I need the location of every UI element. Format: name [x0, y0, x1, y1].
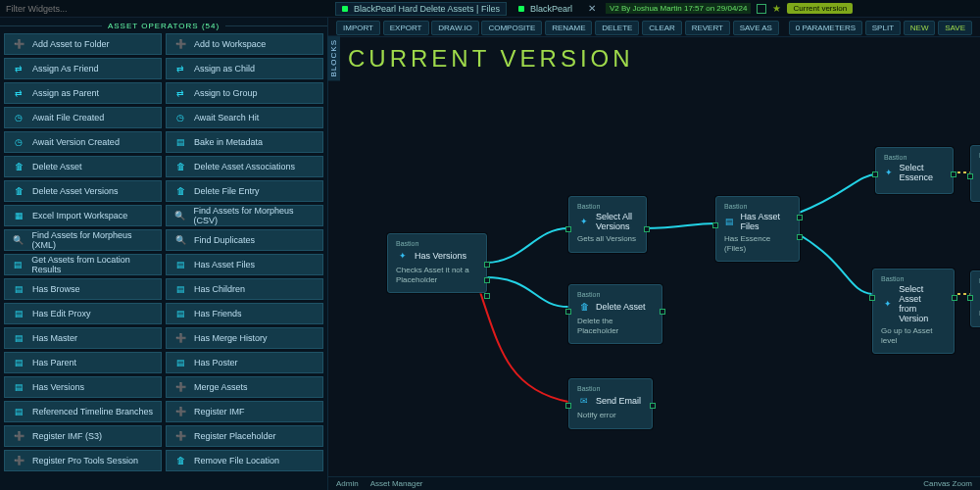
operator-item[interactable]: ▤Referenced Timeline Branches: [4, 401, 162, 422]
operator-item[interactable]: ➕Register Placeholder: [166, 425, 323, 447]
operator-item[interactable]: ⇄Assign to Group: [166, 82, 323, 104]
toolbar-button-revert[interactable]: REVERT: [685, 21, 730, 35]
trash-icon: 🗑: [577, 300, 591, 314]
node-select-essence[interactable]: Bastion ✦Select Essence: [875, 147, 954, 194]
node-has-versions[interactable]: Bastion ✦Has Versions Checks Asset it no…: [387, 233, 487, 293]
operator-icon: ⇄: [11, 61, 26, 76]
toolbar-button-export[interactable]: EXPORT: [383, 21, 429, 35]
toolbar-button-split[interactable]: SPLIT: [865, 21, 901, 35]
toolbar-button-0-parameters[interactable]: 0 PARAMETERS: [789, 21, 862, 35]
operator-label: Delete Asset Associations: [194, 162, 295, 172]
footer-asset-manager[interactable]: Asset Manager: [370, 479, 423, 488]
operator-icon: ▦: [11, 208, 26, 223]
operator-item[interactable]: 🗑Delete Asset: [4, 156, 162, 177]
operator-item[interactable]: 🔍Find Assets for Morpheus (XML): [4, 229, 162, 251]
node-delete-files-from-disk[interactable]: Bastion 🗑Delete Files from Disk: [970, 145, 980, 202]
toolbar-button-rename[interactable]: RENAME: [545, 21, 592, 35]
toolbar-button-save[interactable]: SAVE: [938, 21, 972, 35]
operator-label: Bake in Metadata: [194, 137, 263, 147]
operator-label: Referenced Timeline Branches: [32, 407, 153, 416]
node-delete-asset-placeholder[interactable]: Bastion 🗑Delete Asset Delete the Placeho…: [568, 284, 662, 344]
document-tab-short[interactable]: BlackPearl: [513, 2, 578, 16]
tab-short-title: BlackPearl: [530, 4, 572, 14]
operator-item[interactable]: ➕Register IMF: [166, 401, 323, 422]
operator-item[interactable]: ⇄Assign as Child: [166, 58, 323, 79]
toolbar-button-import[interactable]: IMPORT: [336, 21, 380, 35]
star-icon[interactable]: ★: [772, 3, 781, 14]
operator-item[interactable]: ▤Has Versions: [4, 376, 162, 398]
operator-label: Await Version Created: [32, 137, 120, 147]
node-has-asset-files[interactable]: Bastion ▤Has Asset Files Has Essence (Fi…: [715, 196, 800, 262]
operator-item[interactable]: ▤Has Poster: [166, 352, 323, 373]
node-select-asset-from-version[interactable]: Bastion ✦Select Asset from Version Go up…: [872, 269, 955, 354]
operator-item[interactable]: 🔍Find Assets for Morpheus (CSV): [166, 205, 323, 226]
toolbar-button-save-as[interactable]: SAVE AS: [733, 21, 779, 35]
operator-item[interactable]: 🗑Remove File Location: [166, 450, 323, 471]
operator-item[interactable]: ◷Await Version Created: [4, 131, 162, 153]
node-send-email[interactable]: Bastion ✉Send Email Notify error: [568, 378, 653, 429]
operator-item[interactable]: ◷Await File Created: [4, 107, 162, 128]
operator-icon: 🗑: [172, 159, 188, 174]
tab-status-dot: [342, 6, 348, 12]
operator-item[interactable]: ▤Has Parent: [4, 352, 162, 373]
filter-widgets-input[interactable]: [6, 2, 329, 16]
operator-label: Assign As Friend: [32, 64, 99, 74]
version-flag-icon[interactable]: [757, 4, 766, 14]
toolbar-button-new[interactable]: NEW: [904, 21, 936, 35]
operator-item[interactable]: ◷Await Search Hit: [166, 107, 323, 128]
operator-label: Delete File Entry: [194, 186, 260, 196]
operator-label: Has Browse: [32, 284, 80, 294]
close-icon[interactable]: ✕: [584, 3, 600, 14]
operator-icon: ▤: [11, 281, 26, 297]
target-icon: ✦: [881, 297, 894, 311]
operator-item[interactable]: ➕Register Pro Tools Session: [4, 450, 162, 471]
operator-item[interactable]: ➕Add to Workspace: [166, 33, 323, 55]
operator-label: Has Edit Proxy: [32, 309, 91, 318]
operator-label: Has Parent: [32, 358, 76, 368]
operator-item[interactable]: ➕Has Merge History: [166, 327, 323, 349]
footer-canvas-zoom[interactable]: Canvas Zoom: [923, 479, 972, 488]
operator-item[interactable]: 🗑Delete Asset Versions: [4, 180, 162, 202]
operator-label: Await Search Hit: [194, 113, 259, 122]
node-select-all-versions[interactable]: Bastion ✦Select All Versions Gets all Ve…: [568, 196, 647, 253]
operator-item[interactable]: ▤Has Friends: [166, 303, 323, 324]
toolbar-button-composite[interactable]: COMPOSITE: [481, 21, 542, 35]
operator-item[interactable]: ▤Has Browse: [4, 278, 162, 300]
operator-item[interactable]: ▤Bake in Metadata: [166, 131, 323, 153]
footer-admin[interactable]: Admin: [336, 479, 359, 488]
operator-label: Assign as Parent: [32, 88, 99, 98]
workflow-canvas[interactable]: CURRENT VERSION Bastion ✦Has Versions Ch…: [328, 37, 980, 476]
operator-item[interactable]: ⇄Assign As Friend: [4, 58, 162, 79]
document-tab[interactable]: BlackPearl Hard Delete Assets | Files: [335, 2, 507, 16]
operator-label: Merge Assets: [194, 382, 248, 392]
operator-item[interactable]: ⇄Assign as Parent: [4, 82, 162, 104]
operator-icon: ▤: [11, 257, 25, 272]
toolbar-button-clear[interactable]: CLEAR: [642, 21, 682, 35]
toolbar-button-draw-io[interactable]: DRAW.IO: [431, 21, 478, 35]
operator-item[interactable]: ▤Has Children: [166, 278, 323, 300]
target-icon: ✦: [396, 249, 410, 263]
operator-item[interactable]: ▤Has Asset Files: [166, 254, 323, 275]
node-delete-asset[interactable]: Bastion 🗑Delete Asset Delete Asset: [970, 270, 980, 327]
operator-icon: ◷: [11, 134, 26, 150]
operator-item[interactable]: ➕Register IMF (S3): [4, 425, 162, 447]
operator-item[interactable]: ▤Has Edit Proxy: [4, 303, 162, 324]
operator-item[interactable]: ➕Add Asset to Folder: [4, 33, 162, 55]
operator-item[interactable]: 🗑Delete Asset Associations: [166, 156, 323, 177]
panel-header-label: ASSET OPERATORS (54): [108, 22, 220, 30]
operator-icon: ➕: [11, 453, 26, 468]
operator-item[interactable]: ➕Merge Assets: [166, 376, 323, 398]
operator-item[interactable]: 🔍Find Duplicates: [166, 229, 323, 251]
toolbar-button-delete[interactable]: DELETE: [595, 21, 639, 35]
operator-icon: ➕: [172, 330, 188, 346]
operator-item[interactable]: ▦Excel Import Workspace: [4, 205, 162, 226]
operator-label: Register Placeholder: [194, 431, 276, 441]
operator-icon: 🗑: [11, 183, 26, 199]
operator-item[interactable]: ▤Get Assets from Location Results: [4, 254, 162, 275]
target-icon: ✦: [577, 215, 591, 228]
current-version-badge: Current version: [787, 3, 853, 14]
operator-icon: ➕: [172, 379, 188, 395]
operator-icon: 🔍: [172, 232, 188, 248]
operator-item[interactable]: ▤Has Master: [4, 327, 162, 349]
operator-item[interactable]: 🗑Delete File Entry: [166, 180, 323, 202]
